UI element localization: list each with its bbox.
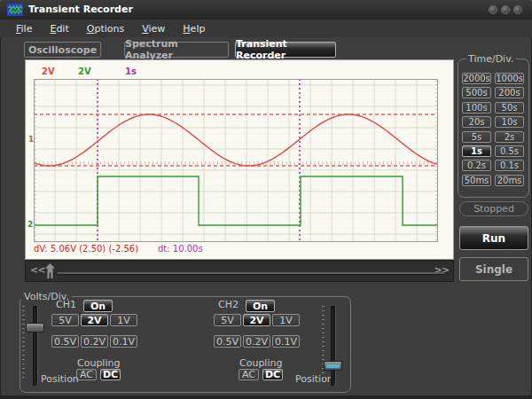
ch1-2v-button[interactable]: 2V bbox=[81, 314, 108, 326]
ch1-position-label: Position bbox=[41, 373, 79, 385]
ch2-dc-button[interactable]: DC bbox=[262, 369, 283, 380]
scope-scroll-strip: << >> bbox=[25, 260, 454, 282]
ch1-position-thumb[interactable] bbox=[26, 323, 44, 332]
ch2-position-thumb[interactable] bbox=[324, 361, 342, 371]
timediv-0.1s[interactable]: 0.1s bbox=[495, 160, 524, 171]
ch2-position-label: Position bbox=[295, 373, 333, 385]
ch2-coupling-label: Coupling bbox=[239, 357, 278, 369]
ch2-5v-button[interactable]: 5V bbox=[214, 314, 241, 326]
scope-display-panel: 2V 2V 1s 1 2 dV: 5.06V (2.50) (-2.56) dt… bbox=[25, 59, 454, 260]
scope-plot[interactable] bbox=[34, 79, 438, 242]
status-badge: Stopped bbox=[459, 201, 528, 216]
timediv-readout-label: 1s bbox=[125, 66, 137, 76]
timediv-0.2s[interactable]: 0.2s bbox=[462, 160, 491, 171]
menu-view[interactable]: View bbox=[135, 21, 172, 36]
ch2-0.2v-button[interactable]: 0.2V bbox=[243, 335, 270, 348]
ch1-position-slider[interactable] bbox=[33, 306, 37, 386]
timediv-0.5s[interactable]: 0.5s bbox=[495, 145, 524, 157]
timediv-10s[interactable]: 10s bbox=[495, 116, 524, 128]
window-bottom-edge bbox=[0, 395, 532, 399]
ch2-on-button[interactable]: On bbox=[246, 300, 275, 312]
app-window: Transient Recorder File Edit Options Vie… bbox=[0, 0, 532, 399]
timediv-20ms[interactable]: 20ms bbox=[495, 175, 524, 186]
app-icon bbox=[7, 4, 23, 16]
timediv-5s[interactable]: 5s bbox=[462, 131, 491, 143]
tab-oscilloscope[interactable]: Oscilloscope bbox=[24, 42, 101, 58]
tab-transient-recorder[interactable]: Transient Recorder bbox=[235, 42, 336, 58]
timediv-100s[interactable]: 100s bbox=[462, 102, 491, 113]
ch1-ac-button[interactable]: AC bbox=[76, 369, 97, 380]
ch1-5v-button[interactable]: 5V bbox=[51, 314, 79, 326]
timediv-200s[interactable]: 200s bbox=[495, 87, 524, 98]
menu-help[interactable]: Help bbox=[176, 21, 212, 36]
timediv-buttons: 2000s 1000s 500s 200s 100s 50s 20s 10s 5… bbox=[462, 73, 524, 186]
tab-spectrum-analyzer[interactable]: Spectrum Analyzer bbox=[124, 42, 229, 58]
scroll-right-button[interactable]: >> bbox=[434, 264, 449, 276]
ch1-voltsdiv-label: 2V bbox=[42, 66, 55, 76]
ch1-position-ticks bbox=[22, 306, 25, 380]
ch1-on-button[interactable]: On bbox=[83, 300, 113, 312]
menu-bar: File Edit Options View Help bbox=[0, 20, 532, 37]
ch1-0.5v-button[interactable]: 0.5V bbox=[51, 335, 79, 348]
delta-v-readout: dV: 5.06V (2.50) (-2.56) bbox=[34, 244, 138, 254]
ch2-label: CH2 bbox=[218, 299, 239, 310]
minimize-button[interactable] bbox=[489, 5, 497, 14]
single-button[interactable]: Single bbox=[459, 257, 528, 281]
timediv-50ms[interactable]: 50ms bbox=[462, 175, 491, 186]
close-button[interactable] bbox=[513, 5, 522, 14]
delta-t-readout: dt: 10.00s bbox=[158, 244, 203, 254]
plot-background bbox=[34, 79, 438, 242]
menu-edit[interactable]: Edit bbox=[43, 21, 75, 36]
timediv-1s[interactable]: 1s bbox=[462, 145, 491, 157]
title-bar[interactable]: Transient Recorder bbox=[0, 0, 532, 20]
scroll-thumb[interactable] bbox=[45, 263, 55, 278]
ch2-position-slider[interactable] bbox=[331, 306, 335, 386]
timediv-title: Time/Div. bbox=[466, 53, 516, 65]
ch1-coupling-label: Coupling bbox=[77, 357, 116, 369]
timediv-2000s[interactable]: 2000s bbox=[462, 73, 491, 84]
window-title: Transient Recorder bbox=[28, 0, 133, 20]
ch1-dc-button[interactable]: DC bbox=[100, 369, 121, 380]
timediv-20s[interactable]: 20s bbox=[462, 116, 491, 128]
ch2-0.1v-button[interactable]: 0.1V bbox=[272, 335, 300, 348]
timediv-50s[interactable]: 50s bbox=[495, 102, 524, 113]
ch1-label: CH1 bbox=[56, 299, 76, 310]
scroll-track[interactable] bbox=[58, 272, 444, 274]
restore-button[interactable] bbox=[501, 5, 510, 14]
ch1-1v-button[interactable]: 1V bbox=[110, 314, 137, 326]
ch2-trace-index: 2 bbox=[27, 220, 33, 229]
ch2-2v-button[interactable]: 2V bbox=[243, 314, 270, 326]
ch1-0.1v-button[interactable]: 0.1V bbox=[110, 335, 137, 348]
menu-options[interactable]: Options bbox=[80, 21, 131, 36]
run-button[interactable]: Run bbox=[459, 226, 528, 250]
timediv-2s[interactable]: 2s bbox=[495, 131, 524, 143]
ch2-ac-button[interactable]: AC bbox=[239, 369, 259, 380]
scroll-left-button[interactable]: << bbox=[30, 264, 44, 276]
ch1-0.2v-button[interactable]: 0.2V bbox=[81, 335, 108, 348]
timediv-500s[interactable]: 500s bbox=[462, 87, 491, 98]
ch2-0.5v-button[interactable]: 0.5V bbox=[214, 335, 241, 348]
menu-file[interactable]: File bbox=[9, 21, 39, 36]
ch2-voltsdiv-label: 2V bbox=[78, 66, 91, 76]
timediv-1000s[interactable]: 1000s bbox=[495, 73, 524, 84]
ch2-1v-button[interactable]: 1V bbox=[272, 314, 300, 326]
voltsdiv-groupbox: Volts/Div. CH1 On 5V 2V 1V 0.5V 0.2V 0.1… bbox=[20, 296, 351, 393]
